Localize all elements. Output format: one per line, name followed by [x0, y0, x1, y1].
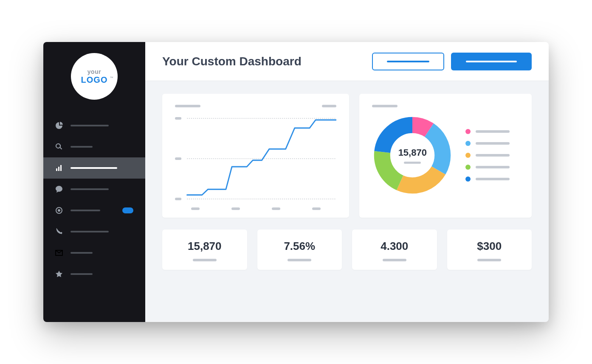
- brand-logo: your LOGO ™: [43, 53, 145, 100]
- dashboard-icon: [55, 122, 63, 129]
- stat-label-placeholder: [383, 259, 406, 261]
- card-header: [372, 105, 519, 107]
- main-area: Your Custom Dashboard: [145, 42, 549, 322]
- star-icon: [55, 270, 63, 278]
- legend-dot-icon: [465, 129, 471, 134]
- sidebar-item-label: [70, 231, 109, 232]
- sidebar-item-2[interactable]: [43, 157, 145, 179]
- donut-center: 15,870: [372, 115, 453, 196]
- donut-chart-card: 15,870: [359, 94, 532, 218]
- header-button-primary[interactable]: [451, 53, 532, 70]
- stat-card-2[interactable]: 4.300: [352, 230, 437, 270]
- search-icon: [55, 143, 63, 151]
- page-title: Your Custom Dashboard: [162, 55, 365, 68]
- sidebar-item-6[interactable]: [43, 242, 145, 263]
- button-label-placeholder: [466, 61, 517, 62]
- logo-bottom-text: LOGO ™: [81, 75, 108, 85]
- chat-icon: [55, 185, 63, 193]
- x-tick-placeholder: [231, 207, 240, 210]
- legend-label-placeholder: [476, 130, 510, 133]
- stats-row: 15,8707.56%4.300$300: [162, 230, 532, 270]
- sidebar-badge: [122, 207, 133, 213]
- card-header: [175, 105, 336, 107]
- legend-label-placeholder: [476, 142, 510, 145]
- app-window: your LOGO ™ Your Custom Dashboard: [43, 42, 549, 322]
- sidebar-item-0[interactable]: [43, 115, 145, 136]
- topbar: Your Custom Dashboard: [145, 42, 549, 81]
- legend-label-placeholder: [476, 166, 510, 168]
- sidebar-item-7[interactable]: [43, 263, 145, 285]
- card-title-placeholder: [175, 105, 200, 107]
- sidebar-item-label: [70, 125, 109, 126]
- line-chart: [175, 114, 336, 203]
- line-series: [187, 120, 337, 195]
- target-icon: [55, 207, 63, 214]
- sidebar-item-label: [70, 167, 117, 169]
- donut-center-value: 15,870: [398, 147, 427, 158]
- button-label-placeholder: [387, 61, 429, 62]
- legend-item-2: [465, 153, 510, 158]
- x-axis-ticks: [175, 207, 336, 210]
- stat-card-3[interactable]: $300: [447, 230, 532, 270]
- stat-card-1[interactable]: 7.56%: [257, 230, 342, 270]
- stat-value: 15,870: [188, 240, 222, 253]
- sidebar-item-4[interactable]: [43, 200, 145, 221]
- stat-card-0[interactable]: 15,870: [162, 230, 247, 270]
- sidebar-item-1[interactable]: [43, 136, 145, 157]
- stat-value: 4.300: [381, 240, 408, 253]
- y-tick-placeholder: [175, 117, 181, 120]
- donut-chart: 15,870: [372, 115, 453, 196]
- logo-trademark: ™: [110, 76, 113, 80]
- legend-item-1: [465, 141, 510, 146]
- legend-dot-icon: [465, 153, 471, 158]
- y-tick-placeholder: [175, 157, 181, 160]
- y-tick-placeholder: [175, 198, 181, 200]
- legend-dot-icon: [465, 176, 471, 182]
- legend-item-0: [465, 129, 510, 134]
- sidebar-item-label: [70, 146, 93, 148]
- x-tick-placeholder: [272, 207, 280, 210]
- legend-dot-icon: [465, 141, 471, 146]
- stat-value: $300: [477, 240, 502, 253]
- sidebar-nav: [43, 115, 145, 285]
- sidebar-item-label: [70, 273, 93, 275]
- donut-legend: [465, 129, 510, 182]
- content: 15,870 15,8707.56%4.300$300: [145, 81, 549, 322]
- sidebar-item-label: [70, 188, 109, 190]
- stat-label-placeholder: [477, 259, 501, 261]
- donut-center-sub-placeholder: [404, 162, 421, 164]
- x-tick-placeholder: [191, 207, 200, 210]
- line-chart-card: [162, 94, 349, 218]
- legend-dot-icon: [465, 165, 471, 170]
- stat-value: 7.56%: [284, 240, 315, 253]
- sidebar: your LOGO ™: [43, 42, 145, 322]
- sidebar-item-5[interactable]: [43, 221, 145, 242]
- legend-label-placeholder: [476, 154, 510, 157]
- legend-item-3: [465, 165, 510, 170]
- stat-label-placeholder: [193, 259, 217, 261]
- card-action-placeholder[interactable]: [322, 105, 336, 107]
- phone-icon: [55, 228, 63, 235]
- header-button-secondary[interactable]: [372, 53, 444, 70]
- logo-circle: your LOGO ™: [71, 53, 118, 100]
- legend-label-placeholder: [476, 178, 510, 180]
- sidebar-item-label: [70, 252, 93, 254]
- donut-body: 15,870: [372, 115, 519, 196]
- charts-row: 15,870: [162, 94, 532, 218]
- legend-item-4: [465, 176, 510, 182]
- x-tick-placeholder: [312, 207, 321, 210]
- bar-chart-icon: [55, 164, 63, 172]
- card-title-placeholder: [372, 105, 397, 107]
- sidebar-item-label: [70, 210, 100, 211]
- sidebar-item-3[interactable]: [43, 179, 145, 200]
- logo-top-text: your: [87, 68, 101, 75]
- mail-icon: [55, 249, 63, 257]
- stat-label-placeholder: [288, 259, 311, 261]
